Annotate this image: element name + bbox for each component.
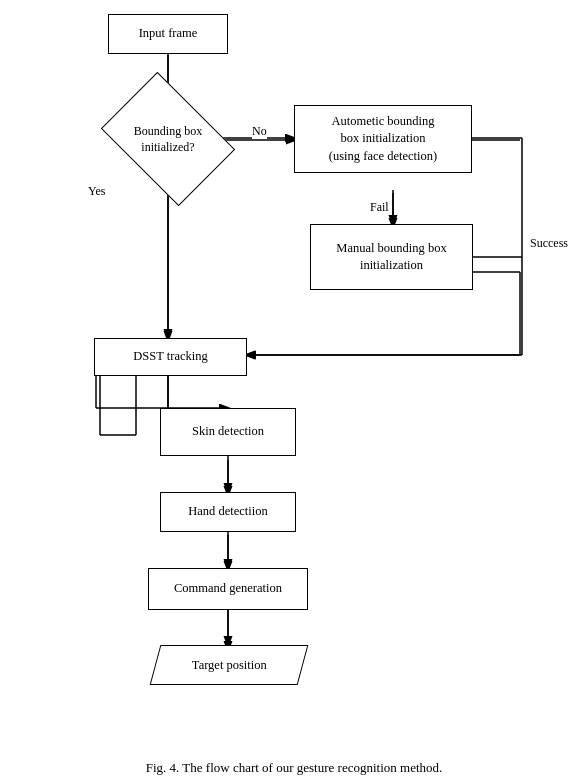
no-label: No [252,124,267,139]
target-position-box: Target position [150,645,309,685]
figure-caption: Fig. 4. The flow chart of our gesture re… [0,760,588,776]
auto-bb-box: Autometic boundingbox initialization(usi… [294,105,472,173]
success-label: Success [530,236,568,251]
fail-label: Fail [370,200,389,215]
flowchart: Input frame Bounding boxinitialized? Aut… [0,0,588,750]
dsst-tracking-box: DSST tracking [94,338,247,376]
skin-detection-box: Skin detection [160,408,296,456]
input-frame-box: Input frame [108,14,228,54]
hand-detection-box: Hand detectiion [160,492,296,532]
command-generation-box: Command generation [148,568,308,610]
manual-bb-box: Manual bounding box initialization [310,224,473,290]
bounding-box-diamond: Bounding boxinitialized? [108,98,228,180]
yes-label: Yes [88,184,105,199]
